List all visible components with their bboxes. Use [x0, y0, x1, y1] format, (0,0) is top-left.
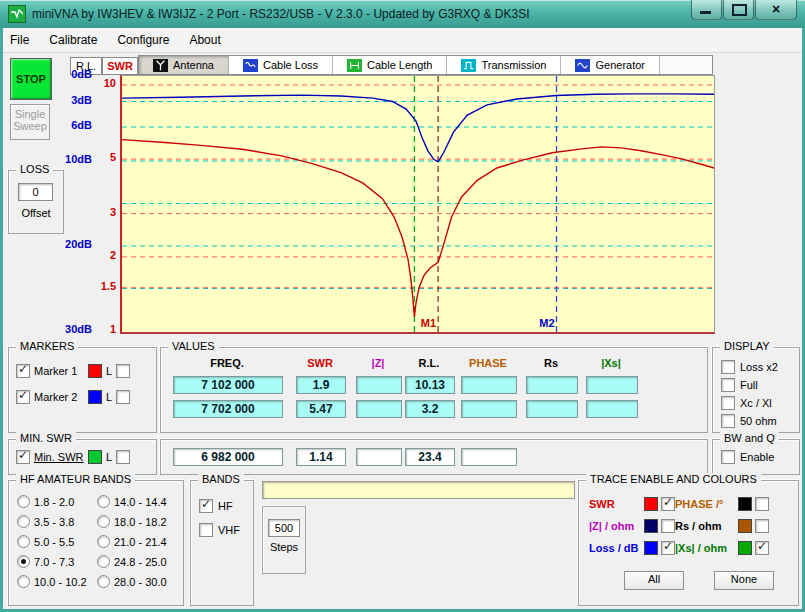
maximize-button[interactable] — [723, 0, 754, 20]
titlebar[interactable]: miniVNA by IW3HEV & IW3IJZ - 2 Port - RS… — [0, 0, 805, 28]
display-50-ohm-checkbox[interactable] — [721, 414, 735, 428]
display-option-row: Xc / Xl — [721, 396, 772, 410]
values-header-rs: Rs — [526, 357, 576, 369]
values-header-swr: SWR — [296, 357, 344, 369]
svg-text:M1: M1 — [421, 317, 436, 329]
band-radio-3-5-3-8[interactable] — [17, 515, 30, 528]
bw-enable-label: Enable — [740, 451, 774, 463]
none-button[interactable]: None — [714, 571, 774, 590]
trace-label-phase: PHASE /° — [675, 498, 735, 510]
min-swr-l-checkbox[interactable] — [116, 450, 130, 464]
window-title: miniVNA by IW3HEV & IW3IJZ - 2 Port - RS… — [32, 7, 530, 21]
menu-item-about[interactable]: About — [179, 29, 230, 51]
display-full-checkbox[interactable] — [721, 378, 735, 392]
value-cell-r1-xs — [586, 376, 638, 394]
single-sweep-button[interactable]: Single Sweep — [10, 104, 50, 140]
trace-row-rs-ohm: Rs / ohm — [675, 519, 769, 533]
value-cell-r1-phase — [461, 376, 517, 394]
value-cell-r2-r-l: 3.2 — [405, 400, 455, 418]
menu-item-configure[interactable]: Configure — [107, 29, 179, 51]
marker-l-label: L — [106, 391, 112, 403]
trace-swatch-rs-ohm[interactable] — [738, 519, 752, 533]
trace-checkbox-swr[interactable] — [661, 497, 675, 511]
band-radio-28-0-30-0[interactable] — [97, 575, 110, 588]
min-swr-color-swatch — [88, 450, 102, 464]
tab-antenna[interactable]: Antenna — [139, 56, 229, 74]
hf-checkbox[interactable] — [199, 499, 213, 513]
value-cell-r2-freq: 7 702 000 — [173, 400, 283, 418]
marker-1-l-checkbox[interactable] — [116, 364, 130, 378]
vhf-checkbox[interactable] — [199, 523, 213, 537]
value-cell-r2-xs — [586, 400, 638, 418]
band-label-28-0-30-0: 28.0 - 30.0 — [114, 576, 167, 588]
hf-amateur-bands-group: HF AMATEUR BANDS 1.8 - 2.03.5 - 3.85.0 -… — [8, 480, 184, 606]
trace-swatch-loss-db[interactable] — [644, 541, 658, 555]
trace-swatch-phase[interactable] — [738, 497, 752, 511]
loss-offset-field[interactable]: 0 — [18, 183, 53, 201]
display-xc-xl-checkbox[interactable] — [721, 396, 735, 410]
chart-area[interactable]: M1M2 — [120, 75, 715, 334]
swr-tick-label: 3 — [94, 206, 116, 218]
tab-label: Antenna — [173, 59, 214, 71]
marker-2-checkbox[interactable] — [16, 390, 30, 404]
display-loss-x2-checkbox[interactable] — [721, 360, 735, 374]
trace-checkbox-loss-db[interactable] — [661, 541, 675, 555]
values-header-freq: FREQ. — [173, 357, 281, 369]
db-tick-label: 0dB — [52, 68, 92, 80]
swr-tick-label: 2 — [94, 249, 116, 261]
tab-label: Generator — [595, 59, 645, 71]
tab-cable-length[interactable]: Cable Length — [333, 56, 447, 74]
trace-checkbox-z-ohm[interactable] — [661, 519, 675, 533]
close-button[interactable]: × — [755, 0, 797, 20]
display-option-row: 50 ohm — [721, 414, 777, 428]
band-row-24-8-25-0: 24.8 - 25.0 — [97, 555, 167, 568]
value-cell-r1-rs — [526, 376, 578, 394]
trace-swatch-swr[interactable] — [644, 497, 658, 511]
bw-enable-checkbox[interactable] — [721, 450, 735, 464]
band-radio-10-0-10-2[interactable] — [17, 575, 30, 588]
band-radio-24-8-25-0[interactable] — [97, 555, 110, 568]
trace-row-loss-db: Loss / dB — [589, 541, 675, 555]
trace-row-xs-ohm: |Xs| / ohm — [675, 541, 769, 555]
menu-item-file[interactable]: File — [0, 29, 39, 51]
band-row-28-0-30-0: 28.0 - 30.0 — [97, 575, 167, 588]
marker-2-l-checkbox[interactable] — [116, 390, 130, 404]
trace-checkbox-xs-ohm[interactable] — [755, 541, 769, 555]
value-cell-r2-rs — [526, 400, 578, 418]
cable-loss-icon — [243, 59, 258, 72]
trace-swatch-xs-ohm[interactable] — [738, 541, 752, 555]
values-group: VALUES FREQ.SWR|Z|R.L.PHASERs|Xs|7 102 0… — [160, 347, 708, 433]
band-label-3-5-3-8: 3.5 - 3.8 — [34, 516, 74, 528]
marker-2-color-swatch — [88, 390, 102, 404]
minimize-button[interactable] — [691, 0, 722, 20]
trace-row-swr: SWR — [589, 497, 675, 511]
display-option-row: Loss x2 — [721, 360, 778, 374]
band-radio-14-0-14-4[interactable] — [97, 495, 110, 508]
swr-tick-label: 5 — [94, 151, 116, 163]
all-button[interactable]: All — [624, 571, 684, 590]
trace-label-swr: SWR — [589, 498, 641, 510]
band-radio-21-0-21-4[interactable] — [97, 535, 110, 548]
band-label-7-0-7-3: 7.0 - 7.3 — [34, 556, 74, 568]
marker-1-checkbox[interactable] — [16, 364, 30, 378]
tab-cable-loss[interactable]: Cable Loss — [229, 56, 333, 74]
band-radio-5-0-5-5[interactable] — [17, 535, 30, 548]
band-radio-7-0-7-3[interactable] — [17, 555, 30, 568]
trace-label-loss-db: Loss / dB — [589, 542, 641, 554]
band-radio-1-8-2-0[interactable] — [17, 495, 30, 508]
menu-item-calibrate[interactable]: Calibrate — [39, 29, 107, 51]
steps-field[interactable]: 500 — [268, 519, 300, 537]
values-header-xs: |Xs| — [586, 357, 636, 369]
chart-svg: M1M2 — [122, 76, 714, 332]
stop-button[interactable]: STOP — [10, 58, 52, 100]
trace-swatch-z-ohm[interactable] — [644, 519, 658, 533]
db-tick-label: 3dB — [52, 94, 92, 106]
trace-checkbox-rs-ohm[interactable] — [755, 519, 769, 533]
tab-generator[interactable]: Generator — [561, 56, 660, 74]
min-swr-checkbox[interactable] — [16, 450, 30, 464]
swr-scale-toggle[interactable]: SWR — [102, 57, 138, 75]
trace-checkbox-phase[interactable] — [755, 497, 769, 511]
close-icon: × — [756, 1, 796, 17]
tab-transmission[interactable]: Transmission — [447, 56, 561, 74]
band-radio-18-0-18-2[interactable] — [97, 515, 110, 528]
